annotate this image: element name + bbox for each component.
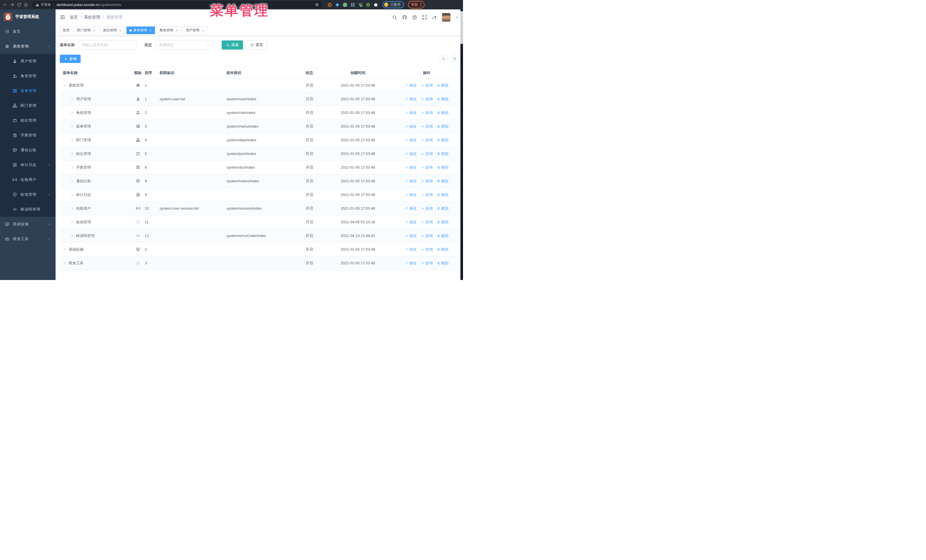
delete-link[interactable]: 删除 (437, 151, 449, 156)
chevron-down-icon[interactable] (63, 83, 67, 88)
edit-link[interactable]: 修改 (405, 137, 417, 143)
tab-5[interactable]: 用户管理 (183, 27, 207, 34)
add-link[interactable]: 新增 (421, 192, 433, 198)
browser-refresh-icon[interactable] (17, 2, 21, 7)
edit-link[interactable]: 修改 (405, 233, 417, 238)
grid-ext-icon[interactable] (351, 3, 355, 7)
chevron-right-icon[interactable] (63, 248, 67, 252)
chevron-right-icon[interactable] (70, 152, 74, 156)
delete-link[interactable]: 删除 (437, 137, 449, 143)
sidebar-fold-icon[interactable] (60, 15, 65, 20)
tab-3[interactable]: 菜单管理 (127, 27, 155, 34)
chevron-right-icon[interactable] (70, 166, 74, 169)
tab-4[interactable]: 角色管理 (157, 27, 181, 34)
delete-link[interactable]: 删除 (437, 165, 449, 170)
delete-link[interactable]: 删除 (437, 220, 449, 225)
chevron-right-icon[interactable] (70, 97, 74, 101)
tab-1[interactable]: 部门管理 (74, 27, 98, 34)
chevron-right-icon[interactable] (70, 193, 74, 197)
edit-link[interactable]: 修改 (405, 179, 417, 184)
search-button[interactable]: 搜索 (222, 41, 243, 50)
add-link[interactable]: 新增 (421, 124, 433, 129)
edit-link[interactable]: 修改 (405, 192, 417, 198)
toggle-search-button[interactable] (439, 55, 448, 63)
sidebar-item-10[interactable]: 在线用户 (0, 172, 56, 187)
edit-link[interactable]: 修改 (405, 206, 417, 211)
search-icon[interactable] (392, 15, 397, 20)
close-icon[interactable] (149, 29, 152, 32)
add-link[interactable]: 新增 (421, 179, 433, 184)
add-link[interactable]: 新增 (421, 206, 433, 211)
puzzle-ext-icon[interactable] (374, 3, 378, 7)
sidebar-item-2[interactable]: 用户管理 (0, 54, 56, 69)
scrollbar-thumb[interactable] (460, 11, 463, 44)
browser-back-icon[interactable] (3, 2, 8, 7)
app-logo[interactable]: 芋道管理系统 (0, 9, 56, 24)
switch-on-ext-icon[interactable]: on (358, 3, 363, 7)
edit-link[interactable]: 修改 (405, 151, 417, 156)
close-icon[interactable] (92, 29, 96, 32)
bookmark-star-icon[interactable] (315, 3, 319, 7)
sidebar-item-4[interactable]: 菜单管理 (0, 83, 56, 98)
delete-link[interactable]: 删除 (437, 83, 449, 88)
font-size-icon[interactable]: TT (432, 15, 437, 20)
chevron-right-icon[interactable] (70, 124, 74, 128)
add-link[interactable]: 新增 (421, 247, 433, 252)
close-icon[interactable] (175, 29, 179, 32)
not-secure-warning[interactable]: 不安全 (35, 2, 51, 7)
add-link[interactable]: 新增 (421, 110, 433, 115)
add-button[interactable]: 新增 (60, 55, 81, 63)
chevron-right-icon[interactable] (70, 234, 74, 238)
sidebar-item-14[interactable]: 研发工具 (0, 232, 56, 246)
delete-link[interactable]: 删除 (437, 110, 449, 115)
monkey-ext-icon[interactable] (366, 3, 371, 7)
sidebar-item-1[interactable]: 系统管理 (0, 39, 56, 54)
user-avatar[interactable] (442, 13, 451, 22)
chevron-right-icon[interactable] (70, 111, 74, 115)
delete-link[interactable]: 删除 (437, 233, 449, 238)
caret-down-icon[interactable] (455, 16, 459, 19)
sidebar-item-3[interactable]: 角色管理 (0, 69, 56, 83)
sidebar-item-7[interactable]: 字典管理 (0, 128, 56, 143)
sidebar-item-13[interactable]: 基础设施 (0, 217, 56, 232)
chevron-right-icon[interactable] (70, 179, 74, 183)
delete-link[interactable]: 删除 (437, 261, 449, 266)
delete-link[interactable]: 删除 (437, 206, 449, 211)
sidebar-item-11[interactable]: 短信管理 (0, 187, 56, 202)
delete-link[interactable]: 删除 (437, 97, 449, 102)
verified-ext-icon[interactable] (343, 3, 347, 7)
edit-link[interactable]: 修改 (405, 83, 417, 88)
sidebar-item-6[interactable]: 岗位管理 (0, 113, 56, 128)
close-icon[interactable] (201, 29, 204, 32)
page-scrollbar[interactable] (460, 9, 463, 280)
sidebar-item-5[interactable]: 部门管理 (0, 98, 56, 113)
reset-button[interactable]: 重置 (246, 41, 267, 50)
tab-0[interactable]: 首页 (60, 27, 73, 34)
refresh-table-button[interactable] (451, 55, 459, 63)
target-ext-icon[interactable] (327, 3, 332, 7)
delete-link[interactable]: 删除 (437, 179, 449, 184)
tab-2[interactable]: 岗位管理 (100, 27, 125, 34)
address-bar[interactable]: 不安全 | dashboard.yudao.iocoder.cn/system/… (32, 1, 322, 8)
github-icon[interactable] (402, 15, 407, 20)
fullscreen-icon[interactable] (422, 15, 427, 20)
chevron-right-icon[interactable] (70, 138, 74, 142)
help-icon[interactable] (412, 15, 417, 20)
breadcrumb-item[interactable]: 系统管理 (84, 15, 100, 20)
chevron-right-icon[interactable] (63, 261, 67, 265)
edit-link[interactable]: 修改 (405, 165, 417, 170)
add-link[interactable]: 新增 (421, 151, 433, 156)
sidebar-item-0[interactable]: 首页 (0, 24, 56, 39)
chevron-right-icon[interactable] (70, 220, 74, 224)
edit-link[interactable]: 修改 (405, 97, 417, 102)
sidebar-item-9[interactable]: 审计日志 (0, 157, 56, 172)
add-link[interactable]: 新增 (421, 137, 433, 143)
browser-menu-icon[interactable] (421, 3, 421, 6)
add-link[interactable]: 新增 (421, 220, 433, 225)
status-select[interactable]: 菜单状态 (155, 41, 214, 50)
browser-home-icon[interactable] (23, 2, 28, 7)
edit-link[interactable]: 修改 (405, 247, 417, 252)
delete-link[interactable]: 删除 (437, 247, 449, 252)
add-link[interactable]: 新增 (421, 97, 433, 102)
chevron-right-icon[interactable] (70, 207, 74, 210)
